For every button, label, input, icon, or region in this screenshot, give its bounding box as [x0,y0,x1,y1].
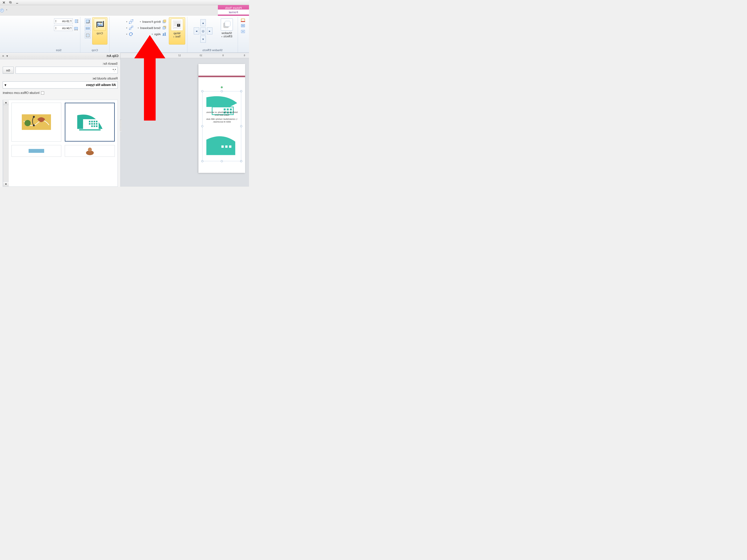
send-backward-label: Send Backward [140,26,161,30]
reset-picture-icon[interactable] [240,29,246,34]
shadow-effects-icon [221,19,233,30]
crop-button[interactable]: Crop [92,17,107,45]
clipart-image-building [203,91,241,161]
svg-point-38 [129,29,130,30]
close-button[interactable] [2,1,6,4]
svg-point-75 [33,116,35,118]
svg-rect-34 [129,28,131,30]
clipart-result[interactable] [11,103,61,141]
tab-format[interactable]: Format [218,9,249,15]
resize-handle[interactable] [201,90,203,92]
send-backward-button[interactable]: Send Backward▾ [137,25,167,30]
shadow-effects-button[interactable]: ShadowEffects ▾ [218,17,236,45]
include-office-checkbox[interactable]: Include Office.com content [3,91,118,95]
clipart-result[interactable] [65,145,115,157]
ungroup-icon [129,25,133,30]
help-icon[interactable]: ? [0,8,4,12]
group-icon [129,19,133,24]
ungroup-button[interactable]: ▾ [126,25,134,30]
results-type-select[interactable]: All media file types ▾ [3,81,118,88]
svg-point-31 [132,20,133,20]
bring-forward-button[interactable]: Bring Forward▾ [137,19,167,24]
svg-point-37 [131,28,131,28]
rotate-handle[interactable] [221,86,223,88]
nudge-shadow-right-icon[interactable]: ▸ [194,27,199,34]
resize-handle[interactable] [201,125,203,127]
resize-handle[interactable] [240,125,242,127]
width-input[interactable]: 7.04 cm ▲▼ [54,25,73,31]
resize-handle[interactable] [221,90,223,92]
include-office-label: Include Office.com content [3,91,40,95]
nudge-shadow-up-icon[interactable]: ▴ [200,19,206,26]
resize-handle[interactable] [221,160,223,162]
svg-rect-33 [131,26,133,28]
pane-drag-handle[interactable] [120,120,121,131]
wrap-text-icon [171,19,183,31]
svg-point-12 [242,31,244,32]
height-input[interactable]: 7.19 cm ▲▼ [54,19,73,24]
search-for-label: Search for: [3,62,118,65]
group-label [240,48,246,52]
group-shadow-effects-label: Shadow Effects [189,48,236,52]
group-crop-label: Crop [82,48,107,52]
results-scrollbar[interactable]: ▲ ▼ [3,100,9,186]
svg-rect-10 [242,25,244,26]
results-type-value: All media file types [86,83,116,87]
svg-rect-62 [94,121,95,122]
height-row: 7.19 cm ▲▼ [54,19,78,24]
clipart-result[interactable] [65,103,115,141]
send-backward-icon [162,25,166,30]
svg-point-40 [100,23,101,24]
minimize-button[interactable] [15,1,20,4]
go-button[interactable]: Go [3,67,14,74]
spinner-arrows-icon[interactable]: ▲▼ [55,20,57,23]
resize-handle[interactable] [240,90,242,92]
contextual-title: Picture Tools [225,6,242,9]
nudge-shadow-down-icon[interactable]: ▾ [200,35,206,43]
svg-rect-14 [225,21,230,26]
svg-rect-58 [225,145,228,148]
scroll-down-icon[interactable]: ▼ [3,181,9,186]
svg-rect-71 [91,126,93,127]
resize-handle[interactable] [240,160,242,162]
shadow-toggle-icon[interactable]: ◎ [200,27,206,34]
wrap-text-button[interactable]: WrapText ▾ [169,17,185,45]
svg-rect-48 [75,27,78,29]
svg-rect-68 [89,123,91,125]
checkbox-icon [41,91,44,95]
shadow-effects-label: ShadowEffects ▾ [222,31,232,38]
svg-rect-61 [96,121,98,122]
width-value: 7.04 cm [62,27,72,30]
aspect-ratio-icon[interactable] [85,25,91,31]
annotation-arrow [130,35,169,125]
search-input[interactable] [16,67,118,74]
bring-forward-label: Bring Forward [143,20,161,23]
resize-handle[interactable] [201,160,203,162]
contextual-tab-strip: Picture Tools Format ⌃ ? [0,5,249,16]
results-should-be-label: Results should be: [3,77,118,80]
group-size-label: Size [39,48,78,52]
restore-button[interactable] [8,1,13,4]
change-picture-icon[interactable] [240,23,246,29]
svg-point-32 [129,23,130,24]
picture-border-icon[interactable] [240,17,246,23]
scroll-up-icon[interactable]: ▲ [3,100,9,105]
spinner-arrows-icon[interactable]: ▲▼ [55,27,57,30]
group-button[interactable]: ▾ [126,19,134,24]
contextual-tab-picture-tools: Picture Tools Format [218,5,249,16]
pane-menu-icon[interactable]: ▼ [6,54,8,58]
crop-icon [94,19,106,31]
crop-to-shape-icon[interactable] [85,19,91,24]
svg-rect-51 [230,108,232,110]
chevron-down-icon: ▾ [4,83,6,87]
clipart-result[interactable] [11,145,61,157]
nudge-shadow-left-icon[interactable]: ◂ [207,27,212,34]
pane-close-icon[interactable]: ✕ [2,54,4,58]
wrap-text-label: WrapText ▾ [173,31,181,38]
selected-image[interactable]: briefly, but effectively, or services. S… [202,91,241,161]
svg-rect-64 [89,121,91,122]
crop-button-label: Crop [97,31,103,35]
fit-icon[interactable] [85,32,91,38]
ribbon: ShadowEffects ▾ ▴ ◂ ◎ ▸ ▾ Shadow Effects [0,16,249,53]
ribbon-collapse-icon[interactable]: ⌃ [5,9,8,12]
